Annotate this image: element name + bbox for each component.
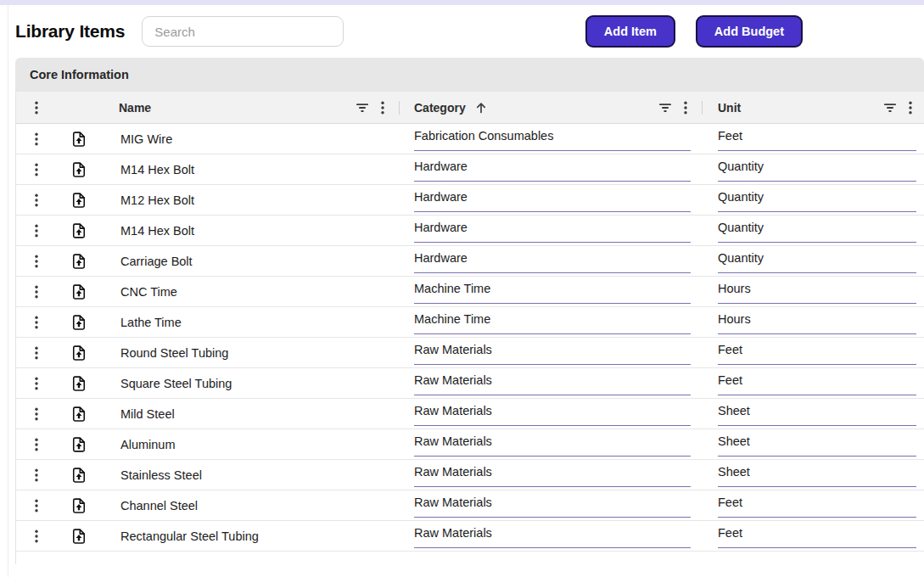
file-upload-icon[interactable] (69, 434, 89, 456)
category-field[interactable]: Raw Materials (414, 462, 691, 487)
unit-field[interactable]: Hours (718, 279, 916, 304)
item-category-cell[interactable]: Fabrication Consumables (400, 124, 703, 154)
filter-icon[interactable] (881, 98, 899, 117)
unit-field[interactable]: Hours (718, 310, 916, 334)
row-menu-kebab-icon[interactable] (33, 497, 40, 514)
category-field[interactable]: Raw Materials (414, 524, 691, 548)
file-upload-icon[interactable] (69, 342, 89, 364)
filter-icon[interactable] (656, 98, 675, 117)
item-name-cell[interactable]: Round Steel Tubing (101, 346, 400, 360)
file-upload-icon[interactable] (69, 373, 89, 395)
file-upload-icon[interactable] (69, 189, 89, 211)
item-unit-cell[interactable]: Feet (703, 490, 924, 520)
item-category-cell[interactable]: Machine Time (400, 307, 703, 337)
category-field[interactable]: Hardware (414, 249, 691, 273)
item-category-cell[interactable]: Hardware (400, 154, 703, 184)
row-menu-kebab-icon[interactable] (33, 222, 40, 239)
item-category-cell[interactable]: Machine Time (400, 277, 703, 306)
item-category-cell[interactable]: Hardware (400, 185, 703, 215)
unit-field[interactable]: Quantity (718, 157, 916, 182)
unit-field[interactable]: Feet (718, 493, 916, 518)
item-unit-cell[interactable]: Hours (703, 307, 924, 337)
item-unit-cell[interactable]: Quantity (703, 246, 924, 276)
item-unit-cell[interactable]: Quantity (703, 154, 924, 184)
item-unit-cell[interactable]: Quantity (703, 216, 924, 245)
unit-field[interactable]: Sheet (718, 401, 916, 426)
item-name-cell[interactable]: Aluminum (101, 438, 400, 451)
item-name-cell[interactable]: Stainless Steel (101, 468, 400, 482)
file-upload-icon[interactable] (69, 525, 89, 547)
item-category-cell[interactable]: Raw Materials (400, 429, 703, 459)
category-field[interactable]: Machine Time (414, 279, 691, 304)
item-name-cell[interactable]: Square Steel Tubing (101, 377, 400, 390)
category-field[interactable]: Hardware (414, 188, 691, 212)
file-upload-icon[interactable] (69, 495, 89, 517)
row-menu-kebab-icon[interactable] (33, 375, 40, 392)
row-menu-kebab-icon[interactable] (33, 436, 40, 453)
file-upload-icon[interactable] (69, 311, 89, 333)
unit-field[interactable]: Quantity (718, 218, 916, 243)
search-input[interactable] (142, 16, 344, 47)
item-category-cell[interactable]: Raw Materials (400, 490, 703, 520)
unit-field[interactable]: Feet (718, 524, 916, 548)
item-name-cell[interactable]: Rectangular Steel Tubing (101, 529, 400, 543)
category-field[interactable]: Raw Materials (414, 401, 691, 426)
unit-field[interactable]: Feet (718, 340, 916, 365)
file-upload-icon[interactable] (69, 220, 89, 242)
add-budget-button[interactable]: Add Budget (696, 15, 803, 48)
category-field[interactable]: Hardware (414, 218, 691, 243)
category-field[interactable]: Raw Materials (414, 493, 691, 518)
item-category-cell[interactable]: Raw Materials (400, 368, 703, 398)
item-category-cell[interactable]: Raw Materials (400, 399, 703, 429)
item-unit-cell[interactable]: Sheet (703, 399, 924, 429)
category-field[interactable]: Raw Materials (414, 371, 691, 395)
item-unit-cell[interactable]: Hours (703, 277, 924, 306)
sort-ascending-icon[interactable] (474, 101, 488, 115)
item-name-cell[interactable]: Lathe Time (101, 316, 400, 329)
column-menu-icon[interactable] (907, 99, 914, 116)
item-category-cell[interactable]: Raw Materials (400, 338, 703, 367)
row-menu-kebab-icon[interactable] (33, 283, 40, 300)
column-header-category[interactable]: Category (400, 92, 703, 123)
unit-field[interactable]: Quantity (718, 249, 916, 273)
file-upload-icon[interactable] (69, 464, 89, 486)
item-unit-cell[interactable]: Feet (703, 368, 924, 398)
unit-field[interactable]: Feet (718, 371, 916, 395)
file-upload-icon[interactable] (69, 128, 89, 150)
file-upload-icon[interactable] (69, 403, 89, 425)
unit-field[interactable]: Sheet (718, 462, 916, 487)
row-menu-kebab-icon[interactable] (33, 253, 40, 270)
item-category-cell[interactable]: Raw Materials (400, 460, 703, 490)
item-name-cell[interactable]: M12 Hex Bolt (101, 193, 400, 207)
category-field[interactable]: Raw Materials (414, 432, 691, 457)
row-menu-kebab-icon[interactable] (33, 131, 40, 148)
item-name-cell[interactable]: MIG Wire (101, 132, 400, 146)
category-field[interactable]: Raw Materials (414, 340, 691, 365)
unit-field[interactable]: Feet (718, 126, 916, 151)
category-field[interactable]: Machine Time (414, 310, 691, 334)
item-unit-cell[interactable]: Sheet (703, 460, 924, 490)
row-menu-kebab-icon[interactable] (33, 406, 40, 423)
column-menu-icon[interactable] (379, 99, 386, 116)
item-unit-cell[interactable]: Feet (703, 521, 924, 551)
kebab-vertical-icon[interactable] (33, 99, 40, 116)
item-name-cell[interactable]: Channel Steel (101, 499, 400, 513)
item-unit-cell[interactable]: Quantity (703, 185, 924, 215)
file-upload-icon[interactable] (69, 159, 89, 181)
row-menu-kebab-icon[interactable] (33, 314, 40, 331)
column-header-name[interactable]: Name (101, 92, 400, 123)
file-upload-icon[interactable] (69, 281, 89, 303)
category-field[interactable]: Fabrication Consumables (414, 126, 691, 151)
row-menu-kebab-icon[interactable] (33, 467, 40, 484)
item-unit-cell[interactable]: Sheet (703, 429, 924, 459)
item-unit-cell[interactable]: Feet (703, 124, 924, 154)
item-category-cell[interactable]: Raw Materials (400, 521, 703, 551)
row-menu-kebab-icon[interactable] (33, 161, 40, 178)
unit-field[interactable]: Sheet (718, 432, 916, 457)
item-unit-cell[interactable]: Feet (703, 338, 924, 367)
add-item-button[interactable]: Add Item (585, 15, 675, 48)
column-header-unit[interactable]: Unit (703, 92, 924, 123)
row-menu-kebab-icon[interactable] (33, 528, 40, 545)
item-name-cell[interactable]: Carriage Bolt (101, 255, 400, 268)
unit-field[interactable]: Quantity (718, 188, 916, 212)
